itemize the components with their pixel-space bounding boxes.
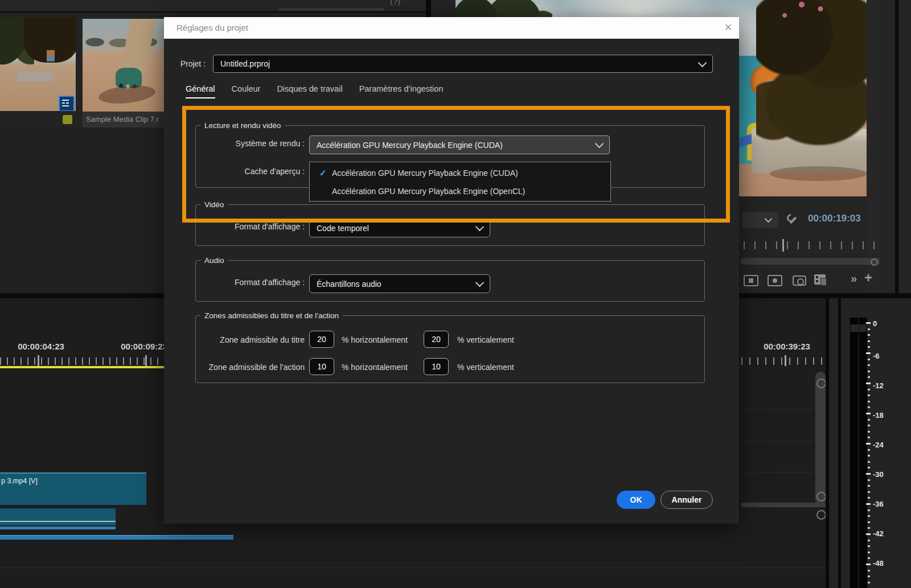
meter-scale-label: -30 (873, 470, 898, 479)
media-thumbnail-skatepark[interactable] (0, 17, 76, 111)
dropdown-option-label: Accélération GPU Mercury Playback Engine… (332, 168, 518, 178)
ruler-timecode: 00:00:39:23 (753, 342, 821, 351)
premiere-app-window: (?) (0, 0, 911, 588)
video-clip-label: p 3.mp4 [V] (1, 477, 38, 485)
vertical-unit-label: % verticalement (457, 363, 514, 372)
media-clip-name[interactable]: Sample Media Clip 7.r (83, 112, 169, 128)
chevron-down-icon (475, 278, 485, 287)
renderer-dropdown-list: ✓ Accélération GPU Mercury Playback Engi… (309, 162, 611, 202)
export-frame-camera-icon[interactable] (793, 276, 806, 286)
audio-meter-bars (850, 318, 867, 588)
video-display-format-value: Code temporel (317, 224, 369, 233)
audio-display-format-value: Échantillons audio (317, 279, 381, 289)
action-safe-horizontal-input[interactable] (309, 358, 334, 375)
media-thumbnail-skater[interactable] (83, 19, 165, 112)
meter-scale-label: -48 (873, 559, 898, 568)
video-display-format-label: Format d'affichage : (164, 222, 305, 231)
right-edge-divider (895, 0, 898, 293)
timeline-vertical-scrollbar[interactable] (815, 372, 826, 505)
renderer-label: Système de rendu : (164, 139, 305, 148)
monitor-mini-ruler[interactable] (744, 241, 879, 249)
meter-scale-label: -12 (873, 381, 898, 390)
audio-display-format-select[interactable]: Échantillons audio (309, 274, 490, 293)
ok-button[interactable]: OK (617, 491, 655, 509)
scrollbar-handle[interactable] (816, 492, 826, 501)
meter-scale-label: 0 (873, 319, 898, 328)
dialog-tabs: Général Couleur Disques de travail Param… (186, 84, 443, 98)
project-select-value: Untitled.prproj (220, 59, 270, 68)
horizontal-unit-label: % horizontalement (342, 335, 408, 344)
track-resize-bar[interactable] (741, 503, 826, 507)
vertical-unit-label: % verticalement (457, 335, 514, 344)
project-settings-dialog: Réglages du projet ✕ Projet : Untitled.p… (164, 17, 739, 524)
thumbnail-ledge (17, 72, 52, 81)
video-display-format-select[interactable]: Code temporel (309, 219, 490, 237)
cancel-button[interactable]: Annuler (660, 491, 713, 509)
ruler-timecode: 00:00:09:23 (110, 342, 165, 351)
project-label: Projet : (170, 59, 206, 68)
preview-cache-label: Cache d'aperçu : (164, 167, 305, 176)
monitor-scrollbar[interactable] (740, 258, 881, 265)
clipped-text-remnant (279, 8, 384, 11)
meter-tick-scale-major (866, 322, 871, 567)
audio-legend: Audio (200, 256, 228, 265)
title-safe-vertical-input[interactable] (424, 331, 449, 348)
dialog-titlebar[interactable]: Réglages du projet ✕ (164, 17, 739, 39)
project-select[interactable]: Untitled.prproj (213, 55, 713, 73)
video-legend: Vidéo (200, 200, 228, 209)
help-hint-clipped: (?) (390, 0, 400, 6)
chevron-down-icon (595, 139, 604, 149)
audio-display-format-label: Format d'affichage : (164, 278, 305, 287)
meter-scale-label: -6 (873, 352, 898, 360)
thumbnail-mural (47, 50, 55, 61)
monitor-zoom-select[interactable] (742, 212, 778, 228)
renderer-select[interactable]: Accélération GPU Mercury Playback Engine… (309, 135, 610, 154)
dropdown-option-cuda[interactable]: ✓ Accélération GPU Mercury Playback Engi… (311, 165, 609, 181)
close-icon[interactable]: ✕ (720, 17, 737, 39)
chevron-down-icon (698, 58, 707, 67)
add-button-icon[interactable]: + (864, 270, 872, 286)
horizontal-unit-label: % horizontalement (342, 363, 408, 372)
photo-flower (797, 1, 806, 8)
extract-icon[interactable] (768, 275, 782, 286)
photo-shadow (770, 166, 867, 181)
safe-zones-legend: Zones admissibles du titre et de l'actio… (200, 311, 343, 320)
meter-scale-label: -24 (873, 441, 898, 449)
audio-sub-clip-bar[interactable] (0, 535, 233, 540)
photo-flower (781, 13, 788, 18)
audio-clip[interactable] (0, 508, 116, 525)
sequence-badge-icon (59, 96, 75, 111)
tab-general[interactable]: Général (186, 84, 215, 98)
thumbnail-background-clutter (83, 35, 165, 50)
work-area-bar[interactable] (0, 366, 165, 368)
tab-disques-de-travail[interactable]: Disques de travail (277, 84, 342, 98)
scrollbar-handle[interactable] (816, 510, 826, 520)
ruler-timecode: 00:00:04:23 (7, 342, 75, 351)
renderer-select-value: Accélération GPU Mercury Playback Engine… (317, 141, 503, 150)
dialog-title: Réglages du projet (177, 17, 248, 39)
safe-zones-section: Zones admissibles du titre et de l'actio… (195, 311, 705, 383)
scrollbar-handle[interactable] (816, 379, 826, 388)
tab-parametres-ingestion[interactable]: Paramètres d'ingestion (359, 84, 444, 98)
more-tools-chevrons[interactable]: » (851, 272, 857, 285)
timeline-ruler-left[interactable]: 00:00:04:23 00:00:09:23 (0, 338, 165, 372)
timeline-ruler-right[interactable]: 00:00:39:23 (729, 338, 826, 372)
tab-couleur[interactable]: Couleur (232, 84, 261, 98)
program-timecode[interactable]: 00:00:19:03 (808, 213, 872, 224)
action-safe-vertical-input[interactable] (424, 358, 449, 375)
action-safe-zone-label: Zone admissible de l'action (164, 363, 305, 372)
monitor-scrollbar-handle[interactable] (871, 258, 878, 266)
meter-scale-label: -36 (873, 500, 898, 508)
video-clip[interactable]: p 3.mp4 [V] (0, 472, 146, 505)
monitor-playhead-tick (782, 239, 784, 252)
photo-flower (816, 6, 824, 12)
title-safe-horizontal-input[interactable] (309, 331, 334, 348)
label-color-tag[interactable] (63, 115, 72, 124)
lift-icon[interactable] (744, 275, 758, 286)
skater-shadow (98, 83, 157, 106)
wrench-icon[interactable] (787, 214, 798, 225)
dropdown-option-opencl[interactable]: Accélération GPU Mercury Playback Engine… (311, 183, 609, 199)
photo-bush (756, 0, 867, 149)
meter-scale-label: -42 (873, 529, 898, 538)
comparison-view-icon[interactable] (814, 274, 826, 285)
